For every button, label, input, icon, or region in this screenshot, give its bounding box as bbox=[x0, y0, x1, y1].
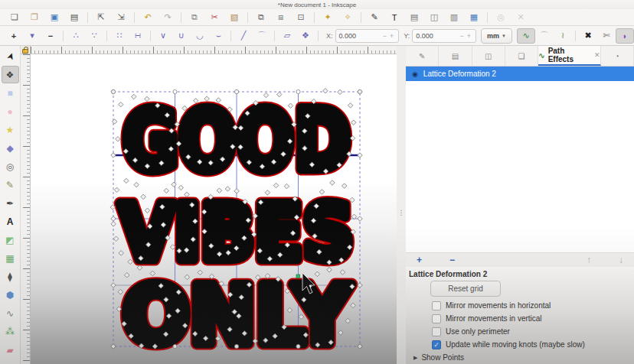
edit-clip-path-icon[interactable]: ✄ bbox=[597, 28, 616, 44]
checkbox-unchecked[interactable] bbox=[432, 327, 441, 336]
lattice-knot-handle[interactable] bbox=[351, 120, 357, 125]
show-bezier-handles-icon[interactable]: ∿ bbox=[517, 28, 535, 44]
lattice-knot-handle[interactable] bbox=[113, 236, 119, 242]
tweak-tool[interactable]: ∿ bbox=[2, 304, 19, 322]
edit-path-effects-icon[interactable]: ◗ bbox=[616, 28, 634, 44]
move-effect-up-button[interactable]: ↑ bbox=[587, 255, 591, 265]
undo-icon[interactable]: ↶ bbox=[138, 11, 158, 24]
y-increment-button[interactable]: + bbox=[466, 32, 472, 40]
lattice-corner-handle[interactable] bbox=[234, 344, 238, 348]
document-print-icon[interactable]: ▤ bbox=[64, 11, 84, 24]
canvas[interactable]: GOODGOODVIBESVIBESONLYONLY bbox=[21, 46, 397, 364]
artwork-svg[interactable]: GOODGOODVIBESVIBESONLYONLY bbox=[31, 54, 397, 364]
x-increment-button[interactable]: + bbox=[388, 32, 395, 40]
mesh-gradient-tool[interactable]: ▦ bbox=[2, 249, 19, 267]
lattice-knot-handle[interactable] bbox=[358, 283, 363, 288]
node-tool[interactable]: ❖ bbox=[2, 66, 19, 83]
lattice-knot-handle[interactable] bbox=[112, 119, 117, 125]
calligraphy-tool[interactable]: ✒ bbox=[2, 194, 19, 212]
auto-smooth-node-icon[interactable]: ⌣ bbox=[209, 28, 227, 44]
insert-node-options-icon[interactable]: ▾ bbox=[23, 28, 41, 44]
remove-effect-button[interactable]: − bbox=[449, 255, 455, 265]
align-dialog-icon[interactable]: ▥ bbox=[444, 11, 464, 24]
join-nodes-icon[interactable]: ∴ bbox=[67, 28, 85, 44]
unlink-clone-icon[interactable]: ⊡ bbox=[291, 11, 311, 24]
tab-symbols[interactable]: ◔ bbox=[601, 46, 634, 66]
join-with-segment-icon[interactable]: ∷ bbox=[110, 28, 129, 44]
paint-bucket-tool[interactable]: ⬢ bbox=[2, 286, 19, 304]
tab-close-icon[interactable]: ✕ bbox=[594, 51, 600, 59]
show-path-outline-icon[interactable]: ⌒ bbox=[535, 28, 554, 44]
smooth-node-icon[interactable]: ∪ bbox=[172, 28, 191, 44]
lattice-knot-handle[interactable] bbox=[358, 89, 363, 95]
stroke-to-path-icon[interactable]: ❖ bbox=[296, 28, 315, 44]
eraser-tool[interactable]: ▰ bbox=[2, 341, 19, 359]
redo-icon[interactable]: ↷ bbox=[158, 11, 178, 24]
symmetric-node-icon[interactable]: ◡ bbox=[191, 28, 209, 44]
lattice-knot-handle[interactable] bbox=[358, 216, 363, 222]
group-objects-icon[interactable]: ✦ bbox=[318, 11, 338, 24]
segment-to-curve-icon[interactable]: ⌒ bbox=[253, 28, 271, 44]
lattice-knot-handle[interactable] bbox=[111, 344, 116, 349]
ungroup-objects-icon[interactable]: ✧ bbox=[338, 11, 358, 24]
export-icon[interactable]: ⇲ bbox=[111, 11, 131, 24]
unit-selector[interactable]: mm ▼ bbox=[481, 28, 512, 44]
x-value[interactable]: 0.000 bbox=[339, 32, 381, 40]
x-coordinate-field[interactable]: 0.000 − + bbox=[335, 29, 400, 43]
lattice-knot-handle[interactable] bbox=[114, 187, 119, 193]
show-points-expander[interactable]: ▶ Show Points bbox=[413, 353, 631, 362]
panel-resize-divider[interactable]: ⋮ bbox=[397, 46, 406, 364]
document-open-icon[interactable]: ❐ bbox=[25, 11, 44, 24]
document-save-icon[interactable]: ▣ bbox=[44, 11, 64, 24]
horizontal-ruler[interactable] bbox=[31, 46, 397, 54]
grip-handle-icon[interactable]: ⋮ bbox=[398, 212, 405, 214]
lattice-corner-handle[interactable] bbox=[173, 344, 177, 348]
layers-dialog-icon[interactable]: ▤ bbox=[404, 11, 424, 24]
ellipse-tool[interactable]: ● bbox=[2, 102, 19, 120]
segment-to-line-icon[interactable]: ╱ bbox=[234, 28, 253, 44]
lattice-corner-handle[interactable] bbox=[296, 344, 300, 348]
spiral-tool[interactable]: ◎ bbox=[2, 158, 19, 175]
create-clone-icon[interactable]: ⧈ bbox=[271, 11, 291, 24]
star-tool[interactable]: ★ bbox=[2, 121, 19, 138]
pencil-tool[interactable]: ✎ bbox=[2, 176, 19, 193]
document-properties-dialog-icon[interactable]: ▦ bbox=[464, 11, 484, 24]
lattice-knot-handle[interactable] bbox=[350, 135, 355, 141]
lattice-corner-handle[interactable] bbox=[296, 89, 300, 93]
lattice-knot-handle[interactable] bbox=[351, 303, 356, 308]
reset-grid-button[interactable]: Reset grid bbox=[430, 281, 501, 297]
lattice-corner-handle[interactable] bbox=[173, 89, 177, 93]
tab-objects[interactable]: ◫ bbox=[472, 46, 505, 66]
lattice-knot-handle[interactable] bbox=[110, 205, 116, 210]
lattice-knot-handle[interactable] bbox=[358, 344, 363, 349]
x-decrement-button[interactable]: − bbox=[381, 32, 388, 40]
tab-fill-stroke[interactable]: ✎ bbox=[406, 46, 439, 66]
gradient-tool[interactable]: ◩ bbox=[2, 231, 19, 249]
box3d-tool[interactable]: ◆ bbox=[2, 139, 19, 157]
paste-icon[interactable]: ▧ bbox=[224, 11, 244, 24]
add-effect-button[interactable]: + bbox=[417, 255, 422, 265]
checkbox-checked[interactable]: ✓ bbox=[432, 340, 441, 349]
duplicate-icon[interactable]: ⧉ bbox=[251, 11, 271, 24]
show-transform-handles-icon[interactable]: ✖ bbox=[579, 28, 597, 44]
lattice-knot-handle[interactable] bbox=[111, 153, 116, 158]
checkbox-unchecked[interactable] bbox=[432, 301, 441, 310]
object-properties-dialog-icon[interactable]: ◫ bbox=[424, 11, 444, 24]
dropper-tool[interactable]: ⧫ bbox=[2, 268, 19, 285]
fill-stroke-dialog-icon[interactable]: ✎ bbox=[364, 11, 384, 24]
document-new-icon[interactable]: ❏ bbox=[5, 11, 25, 24]
lpe-list-selected-row[interactable]: ◉ Lattice Deformation 2 bbox=[406, 67, 634, 81]
tab-layers[interactable]: ▤ bbox=[439, 46, 472, 66]
y-decrement-button[interactable]: − bbox=[459, 32, 466, 40]
artwork-text-line[interactable]: VIBES bbox=[119, 188, 354, 278]
delete-segment-icon[interactable]: ∺ bbox=[129, 28, 147, 44]
move-effect-down-button[interactable]: ↓ bbox=[619, 255, 623, 265]
tab-document[interactable]: ❏ bbox=[505, 46, 538, 66]
tab-path-effects[interactable]: ∿Path Effects✕ bbox=[538, 46, 600, 66]
y-value[interactable]: 0.000 bbox=[416, 32, 458, 40]
ruler-lock-corner[interactable] bbox=[21, 46, 31, 54]
lattice-knot-handle[interactable] bbox=[116, 307, 122, 312]
y-coordinate-field[interactable]: 0.000 − + bbox=[412, 29, 476, 43]
lattice-knot-handle[interactable] bbox=[111, 283, 116, 288]
insert-node-icon[interactable]: + bbox=[5, 28, 23, 44]
